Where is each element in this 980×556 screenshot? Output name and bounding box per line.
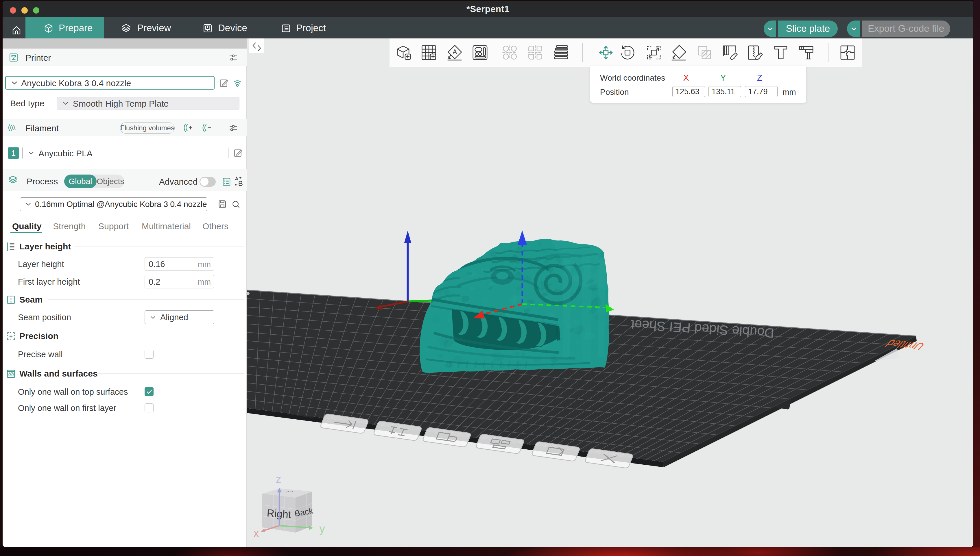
svg-text:x: x [254,527,259,539]
svg-text:y: y [319,523,325,535]
svg-text:z: z [276,473,281,485]
